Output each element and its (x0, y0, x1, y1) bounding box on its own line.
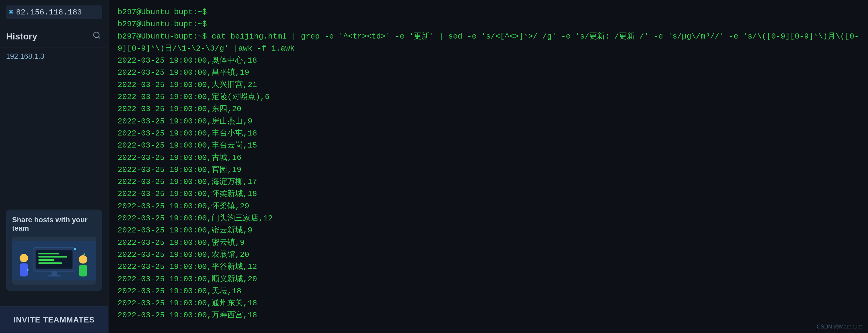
server-label: 82.156.118.183 (16, 8, 82, 17)
svg-point-11 (20, 254, 28, 262)
history-title: History (6, 31, 37, 41)
terminal-output-line: 2022-03-25 19:00:00,通州东关,18 (118, 297, 859, 309)
terminal-output-line: 2022-03-25 19:00:00,昌平镇,19 (118, 67, 859, 78)
terminal-output-line: 2022-03-25 19:00:00,海淀万柳,17 (118, 176, 859, 188)
svg-rect-14 (79, 265, 87, 276)
sidebar-top: ⌘ 82.156.118.183 (0, 0, 108, 25)
terminal-output-line: 2022-03-25 19:00:00,农展馆,20 (118, 249, 859, 261)
history-section: History (0, 25, 108, 48)
search-button[interactable] (91, 30, 102, 43)
terminal-output-line: 2022-03-25 19:00:00,定陵(对照点),6 (118, 91, 859, 103)
svg-rect-12 (20, 263, 28, 277)
svg-rect-5 (38, 253, 59, 255)
terminal-output-line: 2022-03-25 19:00:00,官园,19 (118, 164, 859, 176)
watermark: CSDN @Marebupt (817, 324, 862, 330)
terminal-output-line: 2022-03-25 19:00:00,房山燕山,9 (118, 115, 859, 127)
terminal-line: b297@Ubuntu-bupt:~$ (118, 18, 859, 30)
terminal-panel[interactable]: b297@Ubuntu-bupt:~$ b297@Ubuntu-bupt:~$ … (108, 0, 868, 333)
invite-teammates-button[interactable]: INVITE TEAMMATES (0, 306, 108, 333)
promo-title: Share hosts with your team (12, 215, 96, 232)
terminal-output-line: 2022-03-25 19:00:00,怀柔镇,29 (118, 200, 859, 212)
terminal-output-line: 2022-03-25 19:00:00,大兴旧宫,21 (118, 79, 859, 91)
server-item[interactable]: ⌘ 82.156.118.183 (6, 5, 102, 19)
terminal-command-line: b297@Ubuntu-bupt:~$ cat beijing.html | g… (118, 30, 859, 55)
terminal-line: b297@Ubuntu-bupt:~$ (118, 6, 859, 18)
promo-section: Share hosts with your team (0, 203, 108, 297)
svg-rect-7 (38, 259, 54, 261)
terminal-prompt-line: 2022-03-25 19:00:00,延庆石河营,32 (118, 322, 859, 333)
terminal-output-line: 2022-03-25 19:00:00,密云新城,9 (118, 224, 859, 236)
svg-point-16 (27, 269, 29, 271)
terminal-output-line: 2022-03-25 19:00:00,东四,20 (118, 103, 859, 115)
terminal-output-line: 2022-03-25 19:00:00,奥体中心,18 (118, 55, 859, 67)
svg-point-13 (79, 255, 87, 264)
host-list-item[interactable]: 192.168.1.3 (0, 48, 108, 65)
terminal-output-line: 2022-03-25 19:00:00,怀柔新城,18 (118, 188, 859, 200)
terminal-output-line: 2022-03-25 19:00:00,天坛,18 (118, 285, 859, 297)
history-header: History (6, 30, 102, 43)
svg-rect-8 (38, 262, 62, 264)
terminal-output-line: 2022-03-25 19:00:00,古城,16 (118, 152, 859, 164)
terminal-output-line: 2022-03-25 19:00:00,平谷新城,12 (118, 261, 859, 273)
terminal-output-line: 2022-03-25 19:00:00,丰台云岗,15 (118, 139, 859, 152)
svg-rect-10 (48, 275, 61, 276)
svg-rect-9 (52, 271, 57, 275)
promo-card: Share hosts with your team (6, 209, 102, 291)
svg-point-17 (84, 254, 85, 255)
terminal-output-line: 2022-03-25 19:00:00,顺义新城,20 (118, 273, 859, 285)
terminal-output-line: 2022-03-25 19:00:00,门头沟三家店,12 (118, 212, 859, 224)
terminal-output-line: 2022-03-25 19:00:00,密云镇,9 (118, 237, 859, 249)
terminal-output-line: 2022-03-25 19:00:00,丰台小屯,18 (118, 127, 859, 139)
svg-rect-6 (38, 256, 67, 258)
terminal-output-line: 2022-03-25 19:00:00,万寿西宫,18 (118, 309, 859, 321)
svg-point-15 (74, 248, 76, 250)
svg-line-1 (98, 37, 100, 38)
sidebar: ⌘ 82.156.118.183 History 192.168.1.3 Sha… (0, 0, 108, 333)
server-icon: ⌘ (9, 8, 13, 16)
promo-illustration (12, 237, 96, 285)
